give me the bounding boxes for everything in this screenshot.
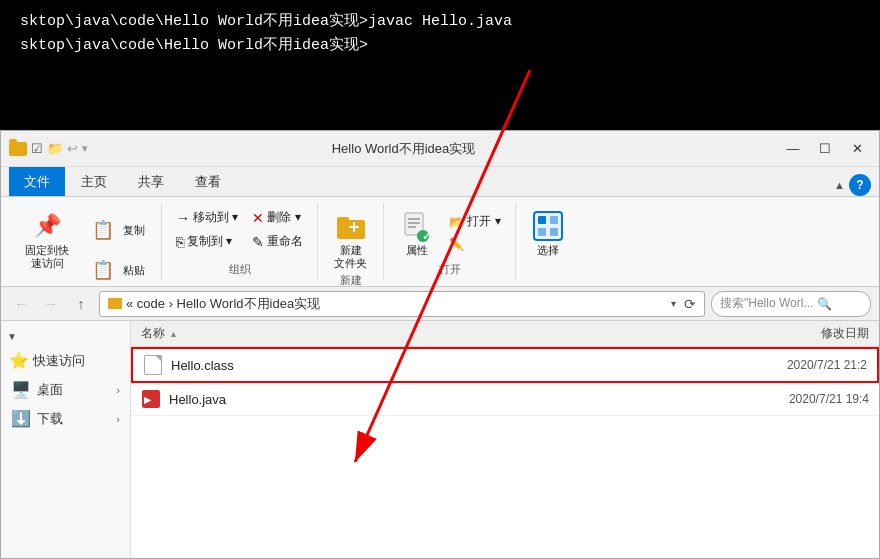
select-icon	[532, 210, 564, 242]
svg-rect-10	[534, 212, 562, 240]
pin-to-quick-access-button[interactable]: 📌 固定到快速访问	[19, 207, 75, 273]
column-name: 名称 ▲	[141, 325, 707, 342]
ribbon-group-new: 新建文件夹 新建	[318, 203, 384, 280]
path-dropdown-icon[interactable]: ▾	[671, 298, 676, 309]
copy-to-button[interactable]: ⎘ 复制到 ▾	[172, 231, 242, 252]
sidebar-expand[interactable]: ▼	[1, 327, 130, 346]
window-controls: — ☐ ✕	[779, 139, 871, 159]
organize-col-2: ✕ 删除 ▾ ✎ 重命名	[248, 207, 307, 252]
column-date: 修改日期	[709, 325, 869, 342]
properties-icon: ✓	[401, 210, 433, 242]
help-button[interactable]: ?	[849, 174, 871, 196]
properties-button[interactable]: ✓ 属性	[394, 207, 439, 260]
tab-share[interactable]: 共享	[123, 167, 179, 196]
svg-rect-7	[408, 226, 416, 228]
ribbon-collapse-icon[interactable]: ▲	[834, 179, 845, 191]
delete-label: 删除 ▾	[267, 209, 300, 226]
copy-to-label: 复制到 ▾	[187, 233, 232, 250]
terminal: sktop\java\code\Hello World不用idea实现>java…	[0, 0, 880, 130]
ribbon-group-clipboard: 📌 固定到快速访问 📋 复制 📋 粘贴 剪贴板	[9, 203, 162, 280]
close-button[interactable]: ✕	[843, 139, 871, 159]
delete-button[interactable]: ✕ 删除 ▾	[248, 207, 307, 228]
new-folder-button[interactable]: 新建文件夹	[328, 207, 373, 273]
pin-label: 固定到快速访问	[25, 244, 69, 270]
delete-icon: ✕	[252, 210, 264, 226]
ribbon-content: 📌 固定到快速访问 📋 复制 📋 粘贴 剪贴板	[1, 197, 879, 287]
sidebar-collapse-icon: ▼	[7, 331, 17, 342]
minimize-button[interactable]: —	[779, 139, 807, 159]
desktop-label: 桌面	[37, 381, 63, 399]
back-button[interactable]: ←	[9, 292, 33, 316]
tab-home[interactable]: 主页	[66, 167, 122, 196]
downloads-label: 下载	[37, 410, 63, 428]
move-to-button[interactable]: → 移动到 ▾	[172, 207, 242, 228]
ribbon-group-select: 选择	[516, 203, 581, 280]
search-icon: 🔍	[817, 297, 832, 311]
hello-class-icon	[143, 355, 163, 375]
search-box[interactable]: 搜索"Hello Worl... 🔍	[711, 291, 871, 317]
column-name-label: 名称	[141, 325, 165, 342]
svg-text:▶: ▶	[144, 395, 152, 405]
svg-rect-0	[337, 220, 365, 239]
select-button[interactable]: 选择	[526, 207, 571, 260]
svg-rect-5	[408, 218, 420, 220]
search-placeholder-text: 搜索"Hello Worl...	[720, 295, 813, 312]
desktop-arrow-icon: ›	[116, 384, 120, 396]
path-folder-icon	[108, 298, 122, 309]
address-path[interactable]: « code › Hello World不用idea实现 ▾ ⟳	[99, 291, 705, 317]
organize-label: 组织	[229, 262, 251, 280]
move-to-label: 移动到 ▾	[193, 209, 238, 226]
svg-rect-1	[337, 217, 349, 222]
edit-button[interactable]: ✏️	[445, 235, 504, 253]
quick-access-header[interactable]: ⭐ 快速访问	[1, 346, 130, 375]
terminal-line-2: sktop\java\code\Hello World不用idea实现>	[20, 34, 860, 58]
window-title: Hello World不用idea实现	[28, 140, 779, 158]
file-list-header[interactable]: 名称 ▲ 修改日期	[131, 321, 879, 347]
quick-access-star-icon: ⭐	[9, 351, 29, 370]
ribbon-tabs: 文件 主页 共享 查看 ▲ ?	[1, 167, 879, 197]
organize-col-1: → 移动到 ▾ ⎘ 复制到 ▾	[172, 207, 242, 252]
desktop-icon: 🖥️	[11, 380, 31, 399]
address-text: « code › Hello World不用idea实现	[126, 295, 320, 313]
select-buttons: 选择	[526, 203, 571, 277]
column-date-label: 修改日期	[821, 325, 869, 342]
new-buttons: 新建文件夹	[328, 203, 373, 273]
sidebar-item-desktop[interactable]: 🖥️ 桌面 ›	[1, 375, 130, 404]
file-item-hello-class[interactable]: Hello.class 2020/7/21 21:2	[131, 347, 879, 383]
copy-label: 复制	[123, 224, 145, 237]
downloads-arrow-icon: ›	[116, 413, 120, 425]
open-icon: 📂	[449, 215, 464, 229]
forward-button[interactable]: →	[39, 292, 63, 316]
svg-rect-14	[550, 228, 558, 236]
open-buttons: ✓ 属性 📂 打开 ▾ ✏️	[394, 203, 504, 262]
maximize-button[interactable]: ☐	[811, 139, 839, 159]
hello-java-name: Hello.java	[169, 392, 701, 407]
rename-button[interactable]: ✎ 重命名	[248, 231, 307, 252]
refresh-icon[interactable]: ⟳	[684, 296, 696, 312]
new-folder-icon	[335, 210, 367, 242]
svg-text:✓: ✓	[421, 230, 430, 242]
copy-button[interactable]: 📋 复制	[81, 211, 151, 249]
properties-label: 属性	[406, 244, 428, 257]
paste-button[interactable]: 📋 粘贴	[81, 251, 151, 289]
new-folder-label: 新建文件夹	[334, 244, 367, 270]
up-button[interactable]: ↑	[69, 292, 93, 316]
move-to-icon: →	[176, 210, 190, 226]
open-col: 📂 打开 ▾ ✏️	[445, 207, 504, 253]
sidebar-item-downloads[interactable]: ⬇️ 下载 ›	[1, 404, 130, 433]
file-item-hello-java[interactable]: ▶ Hello.java 2020/7/21 19:4	[131, 383, 879, 416]
rename-label: 重命名	[267, 233, 303, 250]
svg-rect-11	[538, 216, 546, 224]
ribbon-controls: ▲ ?	[834, 174, 871, 196]
svg-rect-13	[538, 228, 546, 236]
explorer-window: ☑ 📁 ↩ ▾ Hello World不用idea实现 — ☐ ✕ 文件 主页 …	[0, 130, 880, 559]
hello-java-date: 2020/7/21 19:4	[709, 392, 869, 406]
ribbon-group-organize: → 移动到 ▾ ⎘ 复制到 ▾ ✕ 删除 ▾ ✎ 重命名	[162, 203, 318, 280]
file-list: 名称 ▲ 修改日期 Hello.class 2020/7/21 21:2	[131, 321, 879, 558]
open-label: 打开 ▾	[467, 213, 500, 230]
tab-view[interactable]: 查看	[180, 167, 236, 196]
open-label: 打开	[439, 262, 461, 280]
tab-file[interactable]: 文件	[9, 167, 65, 196]
paste-icon: 📋	[87, 254, 119, 286]
open-button[interactable]: 📂 打开 ▾	[445, 211, 504, 232]
